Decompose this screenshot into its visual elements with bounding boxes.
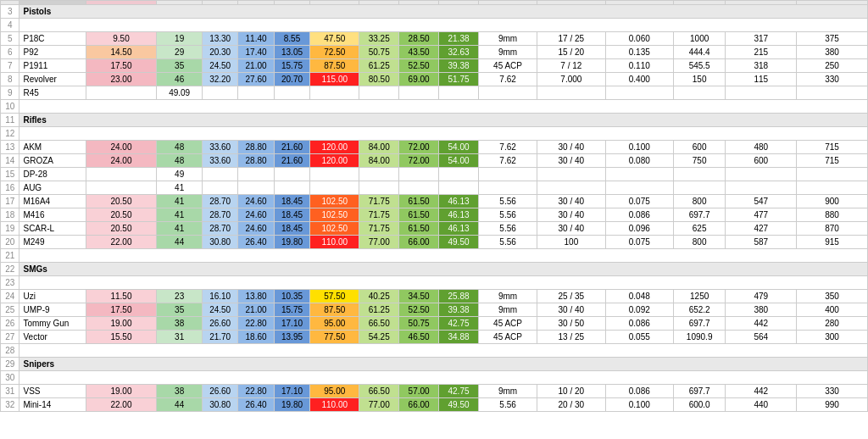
no-armor-value: 23 [157, 290, 203, 303]
fire-rate-value: 625 [673, 222, 725, 236]
legs-value [86, 181, 157, 195]
ammo-type: 9mm [478, 290, 537, 303]
row-number: 7 [1, 59, 19, 73]
weapon-name: SCAR-L [19, 222, 86, 236]
bullet-speed-value: 400 [797, 303, 868, 317]
time-value: 0.075 [605, 236, 673, 249]
dps-value: 215 [726, 46, 797, 59]
no-helm-value [310, 181, 359, 195]
table-row: 30 [1, 371, 868, 385]
helm-lvl1-value: 50.75 [359, 46, 399, 59]
capacity-value: 7.000 [537, 73, 605, 86]
helm-lvl3-value: 46.13 [439, 208, 479, 222]
no-armor-value: 49 [157, 168, 203, 181]
time-value: 0.086 [605, 385, 673, 398]
row-number: 28 [1, 344, 19, 358]
row-number: 13 [1, 141, 19, 154]
legs-value: 24.00 [86, 154, 157, 168]
helm-lvl1-value: 84.00 [359, 154, 399, 168]
lvl2-value: 24.60 [238, 222, 274, 236]
no-armor-value: 35 [157, 59, 203, 73]
lvl3-value: 21.60 [274, 141, 309, 154]
lvl1-value: 30.80 [202, 398, 237, 412]
table-row: 12 [1, 127, 868, 141]
helm-lvl1-value: 61.25 [359, 303, 399, 317]
dps-value: 440 [726, 398, 797, 412]
lvl2-value: 22.80 [238, 385, 274, 398]
lvl1-value: 32.20 [202, 73, 237, 86]
helm-lvl3-value: 21.38 [439, 32, 479, 46]
helm-lvl3-value: 49.50 [439, 398, 479, 412]
table-row: 10 [1, 100, 868, 114]
bullet-speed-value: 280 [797, 317, 868, 331]
row-number: 25 [1, 303, 19, 317]
table-row: 25 UMP-9 17.50 35 24.50 21.00 15.75 87.5… [1, 303, 868, 317]
ammo-type [478, 86, 537, 100]
helm-lvl1-value [359, 168, 399, 181]
dps-value: 547 [726, 195, 797, 208]
row-number: 21 [1, 249, 19, 263]
ammo-type [478, 168, 537, 181]
table-row: 20 M249 22.00 44 30.80 26.40 19.80 110.0… [1, 236, 868, 249]
weapon-name: Uzi [19, 290, 86, 303]
row-number: 30 [1, 371, 19, 385]
no-helm-value: 77.50 [310, 331, 359, 344]
table-row: 7 P1911 17.50 35 24.50 21.00 15.75 87.50… [1, 59, 868, 73]
helm-lvl2-value: 52.50 [399, 303, 439, 317]
ammo-type: 7.62 [478, 141, 537, 154]
bullet-speed-value [797, 168, 868, 181]
row-number: 17 [1, 195, 19, 208]
no-helm-value: 57.50 [310, 290, 359, 303]
lvl3-value: 21.60 [274, 154, 309, 168]
time-value [605, 181, 673, 195]
no-helm-value: 102.50 [310, 222, 359, 236]
dps-value: 479 [726, 290, 797, 303]
dps-value: 477 [726, 208, 797, 222]
helm-lvl3-value [439, 181, 479, 195]
table-row: 26 Tommy Gun 19.00 38 26.60 22.80 17.10 … [1, 317, 868, 331]
empty-cell [19, 19, 868, 32]
fire-rate-value: 444.4 [673, 46, 725, 59]
no-armor-value: 31 [157, 331, 203, 344]
legs-value: 23.00 [86, 73, 157, 86]
ammo-type: 5.56 [478, 222, 537, 236]
fire-rate-value: 697.7 [673, 317, 725, 331]
helm-lvl2-value [399, 86, 439, 100]
dps-value: 318 [726, 59, 797, 73]
lvl1-value: 33.60 [202, 154, 237, 168]
no-armor-value: 29 [157, 46, 203, 59]
ammo-type: 5.56 [478, 195, 537, 208]
bullet-speed-value: 375 [797, 32, 868, 46]
legs-value: 11.50 [86, 290, 157, 303]
lvl3-value: 17.10 [274, 317, 309, 331]
fire-rate-value: 697.7 [673, 385, 725, 398]
lvl3-value: 19.80 [274, 236, 309, 249]
lvl3-value: 15.75 [274, 303, 309, 317]
time-value: 0.055 [605, 331, 673, 344]
dps-value: 427 [726, 222, 797, 236]
lvl1-value: 21.70 [202, 331, 237, 344]
bullet-speed-value: 350 [797, 290, 868, 303]
empty-cell [19, 344, 868, 358]
helm-lvl2-value: 66.00 [399, 398, 439, 412]
helm-lvl2-value: 61.50 [399, 208, 439, 222]
legs-value: 9.50 [86, 32, 157, 46]
no-helm-value: 87.50 [310, 303, 359, 317]
legs-value: 17.50 [86, 59, 157, 73]
ammo-type: 9mm [478, 32, 537, 46]
row-number: 18 [1, 208, 19, 222]
bullet-speed-value: 880 [797, 208, 868, 222]
legs-value: 15.50 [86, 331, 157, 344]
table-row: 8 Revolver 23.00 46 32.20 27.60 20.70 11… [1, 73, 868, 86]
lvl1-value: 24.50 [202, 59, 237, 73]
bullet-speed-value: 300 [797, 331, 868, 344]
capacity-value [537, 181, 605, 195]
lvl2-value: 18.60 [238, 331, 274, 344]
legs-value: 22.00 [86, 236, 157, 249]
lvl1-value: 13.30 [202, 32, 237, 46]
legs-value: 24.00 [86, 141, 157, 154]
lvl1-value: 28.70 [202, 195, 237, 208]
dps-value: 115 [726, 73, 797, 86]
lvl1-value: 20.30 [202, 46, 237, 59]
ammo-type: 45 ACP [478, 59, 537, 73]
